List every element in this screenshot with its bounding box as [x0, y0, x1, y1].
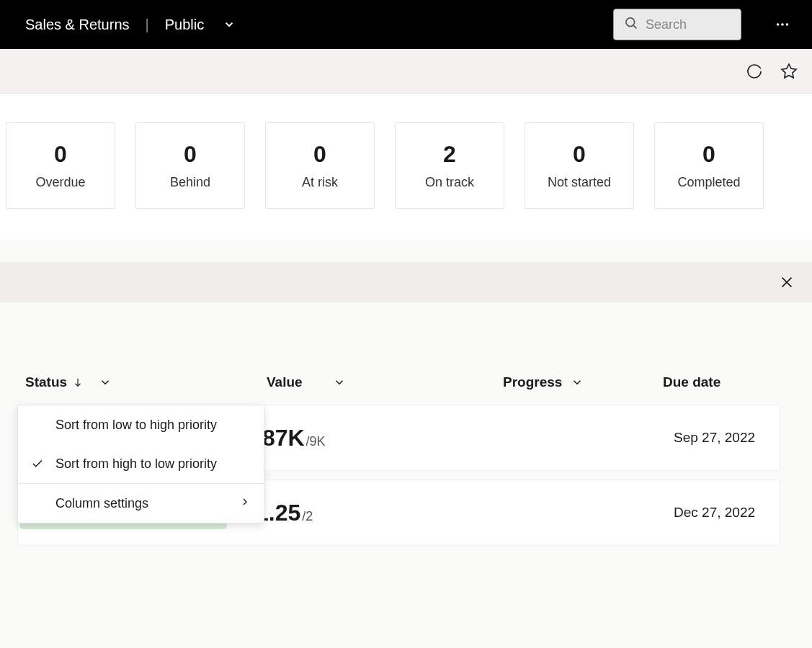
table-header-row: Status Value Progress Due date [0, 302, 812, 405]
check-icon [31, 457, 45, 470]
kpi-value: 0 [313, 141, 326, 168]
kpi-card-on-track[interactable]: 2 On track [395, 122, 504, 209]
column-header-label: Progress [503, 374, 562, 390]
workspace-title: Sales & Returns [25, 17, 130, 33]
menu-item-sort-low-high[interactable]: Sort from low to high priority [18, 405, 264, 444]
svg-marker-5 [782, 64, 796, 78]
column-header-progress[interactable]: Progress [432, 374, 620, 390]
column-header-label: Value [267, 374, 303, 390]
column-header-value[interactable]: Value [209, 374, 432, 390]
kpi-card-behind[interactable]: 0 Behind [135, 122, 245, 209]
kpi-card-completed[interactable]: 0 Completed [654, 122, 764, 209]
kpi-value: 0 [702, 141, 715, 168]
menu-item-label: Sort from high to low priority [55, 456, 217, 472]
kpi-value: 0 [54, 141, 67, 168]
svg-point-4 [786, 23, 789, 26]
search-icon [624, 16, 638, 33]
svg-point-3 [781, 23, 784, 26]
chevron-right-icon [239, 496, 251, 511]
kpi-section: 0 Overdue 0 Behind 0 At risk 2 On track … [0, 94, 812, 240]
refresh-button[interactable] [746, 63, 763, 80]
kpi-label: Behind [170, 175, 210, 190]
menu-item-sort-high-low[interactable]: Sort from high to low priority [18, 444, 264, 483]
value-sub: /2 [302, 509, 313, 524]
search-box[interactable] [613, 9, 741, 40]
column-header-label: Due date [663, 374, 720, 390]
kpi-label: Overdue [35, 175, 85, 190]
close-button[interactable] [779, 274, 795, 290]
kpi-card-overdue[interactable]: 0 Overdue [6, 122, 115, 209]
value-sub: /9K [306, 434, 326, 449]
menu-item-label: Column settings [55, 496, 148, 511]
header-divider: | [146, 17, 149, 33]
goals-table: Status Value Progress Due date [0, 302, 812, 546]
more-options-button[interactable] [775, 17, 790, 32]
top-header: Sales & Returns | Public [0, 0, 812, 49]
svg-point-0 [626, 18, 635, 27]
kpi-card-not-started[interactable]: 0 Not started [525, 122, 634, 209]
menu-item-label: Sort from low to high priority [55, 418, 217, 433]
row-duedate-cell: Sep 27, 2022 [638, 430, 780, 446]
column-header-status[interactable]: Status [0, 374, 209, 390]
secondary-toolbar [0, 49, 812, 94]
chevron-down-icon[interactable] [571, 376, 584, 389]
sort-arrow-down-icon [73, 377, 83, 388]
kpi-card-at-risk[interactable]: 0 At risk [265, 122, 375, 209]
favorite-button[interactable] [780, 63, 798, 80]
chevron-down-icon[interactable] [333, 376, 346, 389]
kpi-value: 0 [573, 141, 586, 168]
chevron-down-icon[interactable] [223, 18, 236, 31]
chevron-down-icon[interactable] [99, 376, 112, 389]
kpi-value: 0 [184, 141, 197, 168]
visibility-label: Public [165, 17, 204, 32]
svg-line-1 [633, 25, 636, 28]
kpi-label: At risk [302, 175, 338, 190]
kpi-value: 2 [443, 141, 456, 168]
visibility-dropdown[interactable]: Public [165, 17, 204, 33]
column-header-due-date[interactable]: Due date [620, 374, 812, 390]
column-header-label: Status [25, 374, 67, 390]
search-input[interactable] [646, 17, 731, 32]
kpi-label: Completed [677, 175, 740, 190]
kpi-label: Not started [548, 175, 611, 190]
panel-header-bar [0, 262, 812, 302]
svg-point-2 [777, 23, 780, 26]
row-duedate-cell: Dec 27, 2022 [638, 505, 780, 521]
kpi-label: On track [425, 175, 474, 190]
status-column-menu: Sort from low to high priority Sort from… [17, 405, 264, 523]
menu-item-column-settings[interactable]: Column settings [18, 484, 264, 523]
